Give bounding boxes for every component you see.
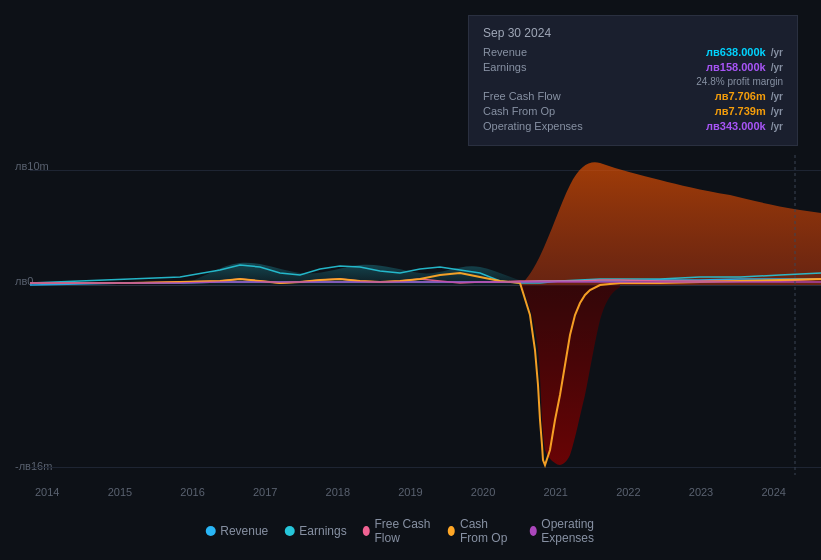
legend-item-opex[interactable]: Operating Expenses [529, 517, 615, 545]
tooltip-label-revenue: Revenue [483, 46, 527, 58]
legend-label-earnings: Earnings [299, 524, 346, 538]
tooltip-row-opex: Operating Expenses лв343.000k /yr [483, 120, 783, 132]
legend-item-fcf[interactable]: Free Cash Flow [363, 517, 433, 545]
tooltip-value-revenue: лв638.000k /yr [706, 46, 783, 58]
tooltip-label-opex: Operating Expenses [483, 120, 583, 132]
legend-dot-cashop [448, 526, 455, 536]
tooltip-row-earnings: Earnings лв158.000k /yr [483, 61, 783, 73]
tooltip-value-cashop: лв7.739m /yr [715, 105, 783, 117]
tooltip-title: Sep 30 2024 [483, 26, 783, 40]
tooltip-row-revenue: Revenue лв638.000k /yr [483, 46, 783, 58]
x-label-2021: 2021 [543, 486, 567, 498]
x-label-2022: 2022 [616, 486, 640, 498]
tooltip-label-earnings: Earnings [483, 61, 526, 73]
tooltip-value-earnings: лв158.000k /yr [706, 61, 783, 73]
legend-label-cashop: Cash From Op [460, 517, 514, 545]
tooltip-margin-row: 24.8% profit margin [483, 76, 783, 87]
x-label-2023: 2023 [689, 486, 713, 498]
tooltip-value-opex: лв343.000k /yr [706, 120, 783, 132]
x-label-2020: 2020 [471, 486, 495, 498]
tooltip-panel: Sep 30 2024 Revenue лв638.000k /yr Earni… [468, 15, 798, 146]
tooltip-row-cashop: Cash From Op лв7.739m /yr [483, 105, 783, 117]
x-label-2024: 2024 [761, 486, 785, 498]
legend: Revenue Earnings Free Cash Flow Cash Fro… [205, 517, 616, 545]
x-label-2016: 2016 [180, 486, 204, 498]
legend-dot-fcf [363, 526, 370, 536]
legend-dot-opex [529, 526, 536, 536]
tooltip-label-fcf: Free Cash Flow [483, 90, 561, 102]
x-label-2017: 2017 [253, 486, 277, 498]
tooltip-margin: 24.8% profit margin [696, 76, 783, 87]
x-labels: 2014 2015 2016 2017 2018 2019 2020 2021 … [15, 486, 806, 498]
x-label-2015: 2015 [108, 486, 132, 498]
chart-svg [0, 155, 821, 475]
x-label-2018: 2018 [326, 486, 350, 498]
legend-dot-revenue [205, 526, 215, 536]
legend-label-opex: Operating Expenses [541, 517, 615, 545]
legend-item-earnings[interactable]: Earnings [284, 524, 346, 538]
tooltip-row-fcf: Free Cash Flow лв7.706m /yr [483, 90, 783, 102]
legend-item-cashop[interactable]: Cash From Op [448, 517, 513, 545]
legend-dot-earnings [284, 526, 294, 536]
x-label-2014: 2014 [35, 486, 59, 498]
x-label-2019: 2019 [398, 486, 422, 498]
tooltip-value-fcf: лв7.706m /yr [715, 90, 783, 102]
tooltip-label-cashop: Cash From Op [483, 105, 555, 117]
legend-item-revenue[interactable]: Revenue [205, 524, 268, 538]
legend-label-fcf: Free Cash Flow [374, 517, 432, 545]
legend-label-revenue: Revenue [220, 524, 268, 538]
